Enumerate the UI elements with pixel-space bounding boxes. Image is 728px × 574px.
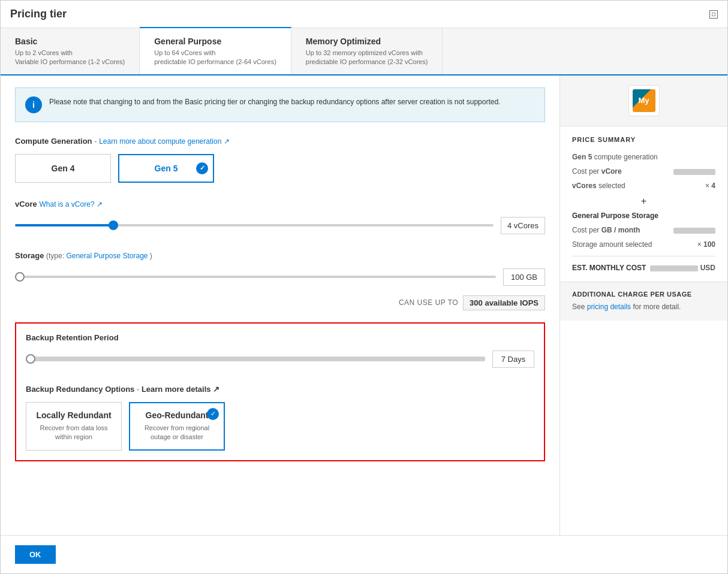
tab-memory-desc: Up to 32 memory optimized vCores withpre…	[306, 49, 428, 67]
additional-title: ADDITIONAL CHARGE PER USAGE	[572, 291, 715, 298]
mysql-logo-inner: My	[633, 89, 655, 112]
redundancy-link[interactable]: Learn more details ↗	[142, 385, 219, 394]
vcore-link[interactable]: What is a vCore? ↗	[39, 200, 102, 209]
title-bar: Pricing tier □	[1, 1, 727, 28]
price-content: PRICE SUMMARY Gen 5 compute generation C…	[560, 126, 727, 282]
vcore-slider[interactable]	[15, 224, 494, 226]
info-icon: i	[25, 96, 42, 113]
retention-slider[interactable]	[26, 357, 485, 361]
vcore-slider-container	[15, 218, 494, 232]
backup-redundancy-label: Backup Redundancy Options - Learn more d…	[26, 385, 534, 394]
est-cost-label: EST. MONTHLY COST	[572, 264, 646, 272]
additional-text: See pricing details for more detail.	[572, 301, 715, 312]
additional-charge: ADDITIONAL CHARGE PER USAGE See pricing …	[560, 282, 727, 321]
info-text: Please note that changing to and from th…	[49, 96, 500, 107]
content-area: i Please note that changing to and from …	[1, 75, 727, 535]
backup-retention-label: Backup Retention Period	[26, 333, 534, 342]
iops-label: CAN USE UP TO	[399, 298, 458, 307]
cost-per-gb-row: Cost per GB / month	[572, 226, 715, 234]
vcore-slider-row: 4 vCores	[15, 217, 545, 234]
storage-amount-row: Storage amount selected × 100	[572, 240, 715, 249]
price-divider	[572, 256, 715, 256]
gen5-button[interactable]: Gen 5 ✓	[118, 154, 214, 183]
vcore-label: vCore What is a vCore? ↗	[15, 200, 545, 209]
cost-per-vcore-row: Cost per vCore	[572, 167, 715, 176]
storage-type-link[interactable]: General Purpose Storage	[66, 252, 149, 260]
retention-slider-row: 7 Days	[26, 351, 534, 368]
storage-section-label: General Purpose Storage	[572, 212, 715, 220]
locally-redundant-button[interactable]: Locally Redundant Recover from data loss…	[26, 402, 122, 451]
tab-general[interactable]: General Purpose Up to 64 vCores withpred…	[140, 27, 291, 74]
iops-value: 300 available IOPS	[463, 295, 545, 310]
geo-check-icon: ✓	[207, 408, 219, 420]
vcore-value-box: 4 vCores	[501, 217, 545, 234]
gen4-button[interactable]: Gen 4	[15, 154, 111, 183]
storage-amount-value: × 100	[697, 240, 715, 249]
price-summary-header: My	[560, 75, 727, 126]
compute-generation-link[interactable]: Learn more about compute generation ↗	[99, 137, 229, 146]
pricing-details-link[interactable]: pricing details	[587, 303, 633, 311]
cost-per-gb-redacted	[673, 228, 715, 234]
backup-section: Backup Retention Period 7 Days Backup Re…	[15, 322, 545, 461]
vcore-section: vCore What is a vCore? ↗ 4 vCores	[15, 200, 545, 234]
vcores-selected-row: vCores selected × 4	[572, 182, 715, 190]
storage-section: Storage (type: General Purpose Storage )…	[15, 251, 545, 286]
est-cost-value: USD	[650, 264, 715, 272]
vcores-selected-label: vCores selected	[572, 182, 705, 190]
gen5-check-icon: ✓	[196, 162, 208, 174]
cost-per-vcore-label: Cost per vCore	[572, 167, 673, 176]
iops-row: CAN USE UP TO 300 available IOPS	[15, 295, 545, 310]
tab-general-label: General Purpose	[154, 37, 276, 46]
tab-general-desc: Up to 64 vCores withpredictable IO perfo…	[154, 49, 276, 67]
storage-slider-container	[15, 270, 496, 284]
geo-redundant-name: Geo-Redundant	[146, 410, 209, 420]
dialog-title: Pricing tier	[10, 8, 67, 20]
cost-per-gb-value	[673, 226, 715, 234]
est-cost-row: EST. MONTHLY COST USD	[572, 264, 715, 272]
vcores-selected-value: × 4	[705, 182, 715, 190]
tab-bar: Basic Up to 2 vCores withVariable IO per…	[1, 28, 727, 75]
storage-amount-label: Storage amount selected	[572, 240, 697, 249]
pricing-tier-dialog: Pricing tier □ Basic Up to 2 vCores with…	[0, 0, 728, 574]
main-panel: i Please note that changing to and from …	[1, 75, 559, 535]
compute-generation-buttons: Gen 4 Gen 5 ✓	[15, 154, 545, 183]
storage-section-row: General Purpose Storage	[572, 212, 715, 220]
storage-slider[interactable]	[15, 276, 496, 278]
gen-compute-label: Gen 5 compute generation	[572, 153, 715, 161]
tab-memory[interactable]: Memory Optimized Up to 32 memory optimiz…	[291, 28, 443, 74]
compute-generation-label: Compute Generation - Learn more about co…	[15, 137, 545, 146]
mysql-logo: My	[628, 85, 660, 116]
plus-sign: +	[572, 196, 715, 207]
retention-value-box: 7 Days	[492, 351, 534, 368]
locally-redundant-desc: Recover from data loss within region	[34, 424, 114, 442]
storage-value-box: 100 GB	[503, 268, 545, 286]
side-panel: My PRICE SUMMARY Gen 5 compute generatio…	[559, 75, 727, 535]
cost-per-gb-label: Cost per GB / month	[572, 226, 673, 234]
est-cost-redacted	[650, 265, 698, 271]
info-box: i Please note that changing to and from …	[15, 87, 545, 122]
geo-redundant-desc: Recover from regional outage or disaster	[137, 424, 216, 442]
tab-basic-desc: Up to 2 vCores withVariable IO performan…	[15, 49, 125, 67]
cost-per-vcore-redacted	[673, 169, 715, 175]
ok-button[interactable]: OK	[15, 545, 56, 564]
window-controls: □	[709, 10, 718, 19]
tab-memory-label: Memory Optimized	[306, 37, 428, 46]
geo-redundant-button[interactable]: Geo-Redundant Recover from regional outa…	[129, 402, 225, 451]
price-summary-title: PRICE SUMMARY	[572, 136, 715, 143]
storage-slider-row: 100 GB	[15, 268, 545, 286]
tab-basic[interactable]: Basic Up to 2 vCores withVariable IO per…	[1, 28, 140, 74]
locally-redundant-name: Locally Redundant	[36, 410, 111, 420]
usd-label: USD	[700, 264, 715, 272]
maximize-button[interactable]: □	[709, 10, 718, 19]
redundancy-buttons: Locally Redundant Recover from data loss…	[26, 402, 534, 451]
retention-slider-container	[26, 352, 485, 366]
tab-basic-label: Basic	[15, 37, 125, 46]
gen-compute-row: Gen 5 compute generation	[572, 153, 715, 161]
ok-bar: OK	[1, 535, 727, 573]
cost-per-vcore-value	[673, 167, 715, 176]
storage-label: Storage (type: General Purpose Storage )	[15, 251, 545, 260]
